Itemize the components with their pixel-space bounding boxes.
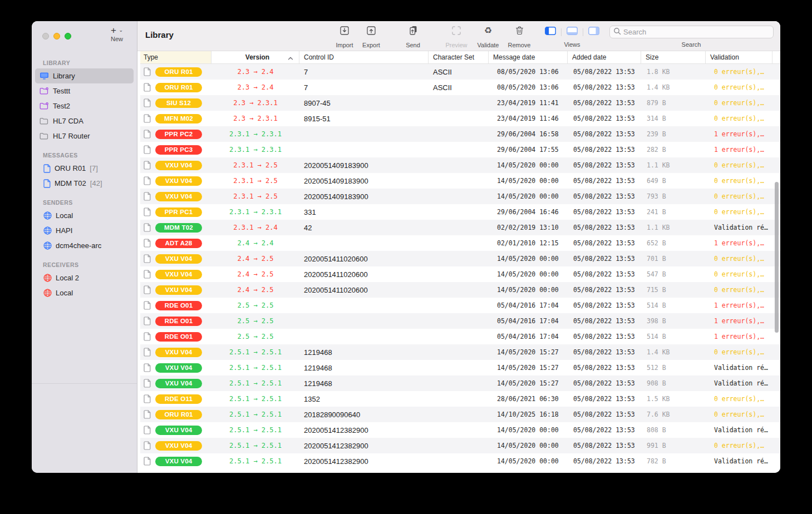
table-row[interactable]: MFN M022.3 → 2.3.18915-5123/04/2019 11:4… xyxy=(140,111,780,126)
table-row[interactable]: PPR PC12.3.1 → 2.3.133129/06/2004 16:460… xyxy=(140,204,780,220)
version-cell: 2.3.1 → 2.3.1 xyxy=(211,204,299,220)
validate-button[interactable]: ♻Validate xyxy=(470,25,506,48)
toolbar-button-label: Remove xyxy=(508,42,531,48)
table-row[interactable]: PPR PC22.3.1 → 2.3.129/06/2004 16:5805/0… xyxy=(140,126,780,142)
table-row[interactable]: ORU R012.3 → 2.47ASCII08/05/2020 13:0605… xyxy=(140,80,780,95)
remove-button[interactable]: Remove xyxy=(501,25,537,48)
column-header-added-date[interactable]: Added date xyxy=(568,51,641,63)
sidebar-item-mdm-t02[interactable]: MDM T02[42] xyxy=(35,176,134,191)
export-button[interactable]: Export xyxy=(353,25,389,48)
sidebar-item-test2[interactable]: Test2 xyxy=(35,98,134,113)
table-row[interactable]: VXU V042.3.1 → 2.5202005140918390014/05/… xyxy=(140,157,780,173)
table-row[interactable]: VXU V042.5.1 → 2.5.1121946814/05/2020 15… xyxy=(140,344,780,360)
sidebar-item-dcm4chee-arc[interactable]: dcm4chee-arc xyxy=(35,238,134,253)
send-button[interactable]: Send xyxy=(395,25,431,48)
item-count-badge: [7] xyxy=(90,164,97,172)
toolbar: Library ImportExportSendPreview♻Validate… xyxy=(137,21,780,51)
sidebar-item-hl7-cda[interactable]: HL7 CDA xyxy=(35,113,134,128)
table-row[interactable]: VXU V042.5.1 → 2.5.1202005141238290014/0… xyxy=(140,422,780,438)
message-date-cell: 14/05/2020 00:00 xyxy=(489,173,568,189)
type-cell: VXU V04 xyxy=(140,189,211,204)
version-cell: 2.4 → 2.4 xyxy=(211,235,299,251)
toolbar-button-label: Send xyxy=(406,42,420,48)
character-set-cell xyxy=(429,422,489,438)
close-window-button[interactable] xyxy=(42,33,49,39)
table-row[interactable]: RDE O012.5 → 2.505/04/2016 17:0405/08/20… xyxy=(140,298,780,313)
sidebar-item-testtt[interactable]: Testtt xyxy=(35,83,134,98)
table-row[interactable]: RDE O012.5 → 2.505/04/2016 17:0405/08/20… xyxy=(140,313,780,329)
size-cell: 908 B xyxy=(641,375,706,391)
vertical-scrollbar[interactable] xyxy=(775,182,779,333)
table-row[interactable]: PPR PC32.3.1 → 2.3.129/06/2004 17:5505/0… xyxy=(140,142,780,157)
table-row[interactable]: ORU R012.3 → 2.47ASCII08/05/2020 13:0605… xyxy=(140,64,780,80)
minimize-window-button[interactable] xyxy=(53,33,60,39)
validation-cell: 1 erreur(s),… xyxy=(706,313,772,329)
type-cell: VXU V04 xyxy=(140,438,211,453)
globe-blue-icon xyxy=(43,211,52,220)
table-row[interactable]: RDE O112.5.1 → 2.5.1135228/06/2021 06:30… xyxy=(140,391,780,407)
sidebar-item-local[interactable]: Local xyxy=(35,285,134,300)
column-header-size[interactable]: Size xyxy=(641,51,706,63)
column-header-control-id[interactable]: Control ID xyxy=(299,51,429,63)
new-button[interactable]: + ⌄ New xyxy=(102,25,131,43)
version-cell: 2.3.1 → 2.5 xyxy=(211,189,299,204)
message-date-cell: 14/05/2020 00:00 xyxy=(489,251,568,266)
show-bottom-panel-view-icon[interactable] xyxy=(567,27,578,37)
table-row[interactable]: VXU V042.5.1 → 2.5.1121946814/05/2020 15… xyxy=(140,375,780,391)
search-field[interactable] xyxy=(609,26,774,38)
send-icon xyxy=(409,25,418,36)
column-header-message-date[interactable]: Message date xyxy=(489,51,568,63)
table-row[interactable]: SIU S122.3 → 2.3.18907-4523/04/2019 11:4… xyxy=(140,95,780,111)
table-row[interactable]: VXU V042.3.1 → 2.5202005140918390014/05/… xyxy=(140,173,780,189)
table-row[interactable]: VXU V042.4 → 2.5202005141102060014/05/20… xyxy=(140,282,780,298)
table-row[interactable]: VXU V042.4 → 2.5202005141102060014/05/20… xyxy=(140,251,780,266)
character-set-cell xyxy=(429,266,489,282)
table-row[interactable]: ADT A282.4 → 2.402/01/2010 12:1505/08/20… xyxy=(140,235,780,251)
sidebar-titlebar: + ⌄ New xyxy=(32,21,137,51)
zoom-window-button[interactable] xyxy=(65,33,71,39)
sidebar-item-hl7-router[interactable]: HL7 Router xyxy=(35,128,134,144)
table-row[interactable]: VXU V042.3.1 → 2.5202005140918390014/05/… xyxy=(140,189,780,204)
added-date-cell: 05/08/2022 13:53 xyxy=(568,173,641,189)
sidebar-item-library[interactable]: Library xyxy=(35,68,134,83)
message-type-badge: VXU V04 xyxy=(155,285,202,295)
table-row[interactable]: MDM T022.3.1 → 2.44202/02/2019 13:1005/0… xyxy=(140,220,780,235)
column-header-character-set[interactable]: Character Set xyxy=(429,51,489,63)
table-row[interactable]: VXU V042.4 → 2.5202005141102060014/05/20… xyxy=(140,266,780,282)
character-set-cell xyxy=(429,329,489,344)
type-cell: VXU V04 xyxy=(140,282,211,298)
column-header-version[interactable]: Version xyxy=(211,51,299,63)
validation-cell: Validation ré… xyxy=(706,375,772,391)
control-id-cell: 2020051412382900 xyxy=(299,453,429,469)
control-id-cell: 20182890090640 xyxy=(299,407,429,422)
sidebar-item-hapi[interactable]: HAPI xyxy=(35,223,134,238)
sidebar-section-title: MESSAGES xyxy=(32,150,137,161)
type-cell: PPR PC2 xyxy=(140,126,211,142)
message-type-badge: VXU V04 xyxy=(155,270,202,279)
sidebar-item-local[interactable]: Local xyxy=(35,208,134,223)
column-header-validation[interactable]: Validation xyxy=(706,51,772,63)
control-id-cell: 8915-51 xyxy=(299,111,429,126)
validation-cell: 0 erreur(s),… xyxy=(706,407,772,422)
show-sidebar-view-icon[interactable] xyxy=(545,27,556,37)
table-row[interactable]: RDE O012.5 → 2.505/04/2016 17:0405/08/20… xyxy=(140,329,780,344)
added-date-cell: 05/08/2022 13:53 xyxy=(568,422,641,438)
search-input[interactable] xyxy=(623,28,770,36)
version-cell: 2.5 → 2.5 xyxy=(211,313,299,329)
table-row[interactable]: VXU V042.5.1 → 2.5.1202005141238290014/0… xyxy=(140,453,780,469)
column-header-type[interactable]: Type xyxy=(140,51,211,63)
main-area: Library ImportExportSendPreview♻Validate… xyxy=(137,21,780,473)
table-row[interactable]: VXU V042.5.1 → 2.5.1202005141238290014/0… xyxy=(140,438,780,453)
column-header-label: Size xyxy=(646,53,658,61)
file-icon xyxy=(144,192,151,201)
character-set-cell xyxy=(429,360,489,375)
sidebar-item-local-2[interactable]: Local 2 xyxy=(35,270,134,285)
version-cell: 2.4 → 2.5 xyxy=(211,266,299,282)
show-right-panel-view-icon[interactable] xyxy=(588,27,599,37)
message-type-badge: VXU V04 xyxy=(155,441,202,451)
message-date-cell: 14/05/2020 15:27 xyxy=(489,375,568,391)
table-row[interactable]: ORU R012.5.1 → 2.5.12018289009064014/10/… xyxy=(140,407,780,422)
table-row[interactable]: VXU V042.5.1 → 2.5.1121946814/05/2020 15… xyxy=(140,360,780,375)
sidebar-item-oru-r01[interactable]: ORU R01[7] xyxy=(35,161,134,176)
message-date-cell: 14/05/2020 00:00 xyxy=(489,438,568,453)
